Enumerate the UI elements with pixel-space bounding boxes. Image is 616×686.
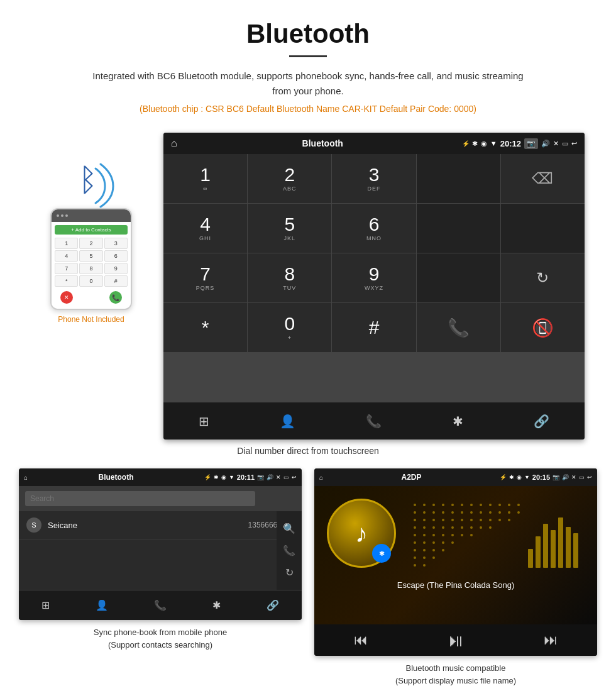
svg-point-19 [470,511,473,514]
dialpad-letters-6: MNO [366,235,382,241]
svg-point-26 [423,519,426,521]
dialpad-key-star[interactable]: * [163,303,247,352]
bluetooth-signal-icon: ᛒ [66,152,116,208]
phone-key-5[interactable]: 5 [79,250,102,262]
phone-key-8[interactable]: 8 [79,263,102,274]
status-time: 20:12 [500,139,521,148]
svg-point-10 [498,504,501,506]
contacts-close-icon[interactable]: ✕ [276,474,281,480]
phone-key-7[interactable]: 7 [55,263,78,274]
phone-key-6[interactable]: 6 [104,250,128,262]
contacts-nav-grid[interactable]: ⊞ [41,599,50,611]
dialpad-refresh[interactable]: ↻ [501,253,585,302]
contact-name: Seicane [48,521,248,530]
dialpad-key-1[interactable]: 1 ∞ [163,154,247,203]
music-bt-overlay-icon: ✱ [372,544,391,563]
music-home-icon[interactable]: ⌂ [319,474,323,481]
phone-key-1[interactable]: 1 [55,238,78,249]
bottom-screenshots: ⌂ Bluetooth ⚡ ✱ ◉ ▼ 20:11 📷 🔊 ✕ ▭ ↩ S [0,468,616,686]
svg-point-52 [414,541,416,544]
contacts-nav-phone[interactable]: 📞 [154,599,167,611]
window-icon[interactable]: ▭ [562,140,568,148]
dialpad-key-0[interactable]: 0 + [248,303,331,352]
nav-bluetooth-icon[interactable]: ✱ [453,414,463,429]
next-track-button[interactable]: ⏭ [544,632,558,648]
prev-track-button[interactable]: ⏮ [354,632,368,648]
music-bt-status-icon: ✱ [509,474,514,480]
contacts-search-input[interactable] [25,491,255,506]
phone-end-btn[interactable]: ✕ [60,291,73,304]
dialpad-key-6[interactable]: 6 MNO [332,204,415,253]
music-content-area: ♪ ✱ [314,486,597,624]
svg-point-64 [414,564,416,567]
svg-point-20 [480,511,482,514]
svg-point-27 [432,519,435,521]
nav-link-icon[interactable]: 🔗 [534,414,549,429]
nav-phone-icon[interactable]: 📞 [366,414,382,429]
dialpad-key-4[interactable]: 4 GHI [163,204,247,253]
dialpad-key-3[interactable]: 3 DEF [332,154,415,203]
dialpad-backspace[interactable]: ⌫ [501,154,585,203]
dialpad-key-8[interactable]: 8 TUV [248,253,331,302]
phone-key-3[interactable]: 3 [104,238,128,249]
dialpad-letters-7: PQRS [196,285,215,291]
refresh-side-icon[interactable]: ↻ [285,567,294,578]
play-pause-button[interactable]: ⏯ [447,630,465,651]
contact-row-seicane[interactable]: S Seicane 13566664466 [19,511,302,539]
signal-icon: ▼ [490,140,497,147]
home-icon[interactable]: ⌂ [171,138,177,149]
svg-point-35 [508,519,510,521]
back-icon[interactable]: ↩ [571,140,577,148]
svg-point-9 [489,504,492,506]
dialpad-key-5[interactable]: 5 JKL [248,204,331,253]
backspace-icon: ⌫ [532,170,553,187]
dialpad-empty-1 [417,154,500,203]
dialpad-key-hash[interactable]: # [332,303,415,352]
contacts-nav-link[interactable]: 🔗 [267,599,279,611]
close-icon[interactable]: ✕ [553,140,559,148]
contacts-nav-bt[interactable]: ✱ [212,599,221,611]
dialpad-key-7[interactable]: 7 PQRS [163,253,247,302]
contacts-window-icon[interactable]: ▭ [283,474,289,480]
search-side-icon[interactable]: 🔍 [283,523,295,534]
dialpad-letters-1: ∞ [203,185,207,192]
phone-key-star[interactable]: * [55,275,78,287]
dialpad-num-3: 3 [369,165,380,184]
contacts-back-icon[interactable]: ↩ [292,474,297,480]
music-window-icon[interactable]: ▭ [579,474,585,480]
dialpad-letters-2: ABC [283,185,297,192]
call-side-icon[interactable]: 📞 [283,545,295,556]
phone-key-4[interactable]: 4 [55,250,78,262]
contacts-time: 20:11 [237,473,255,481]
dialpad-end-button[interactable]: 📵 [501,303,585,352]
svg-point-47 [432,534,435,536]
music-time: 20:15 [532,473,550,481]
svg-point-56 [451,541,454,544]
car-screen-dialpad: ⌂ Bluetooth ⚡ ✱ ◉ ▼ 20:12 📷 🔊 ✕ ▭ ↩ 1 ∞ [163,133,585,440]
music-close-icon[interactable]: ✕ [571,474,576,480]
phone-add-contacts-btn[interactable]: + Add to Contacts [55,225,128,235]
contacts-search-area [19,486,302,511]
svg-point-49 [451,534,454,536]
dialpad-key-9[interactable]: 9 WXYZ [332,253,415,302]
dialpad-letters-8: TUV [283,285,296,291]
dialpad-call-button[interactable]: 📞 [417,303,500,352]
phone-call-btn[interactable]: 📞 [109,291,122,304]
svg-point-1 [414,504,416,506]
svg-point-39 [442,526,444,529]
contacts-screen-title: Bluetooth [30,473,202,482]
svg-point-45 [414,534,416,536]
phone-key-0[interactable]: 0 [79,275,102,287]
nav-grid-icon[interactable]: ⊞ [199,414,209,429]
contacts-home-icon[interactable]: ⌂ [24,474,28,481]
phone-key-9[interactable]: 9 [104,263,128,274]
nav-contacts-icon[interactable]: 👤 [280,414,295,429]
contacts-nav-user[interactable]: 👤 [96,599,108,611]
phone-key-2[interactable]: 2 [79,238,102,249]
volume-icon[interactable]: 🔊 [541,140,550,148]
dialpad-key-2[interactable]: 2 ABC [248,154,331,203]
phone-key-hash[interactable]: # [104,275,128,287]
camera-icon[interactable]: 📷 [524,138,538,149]
refresh-icon: ↻ [536,269,549,287]
music-back-icon[interactable]: ↩ [587,474,592,480]
